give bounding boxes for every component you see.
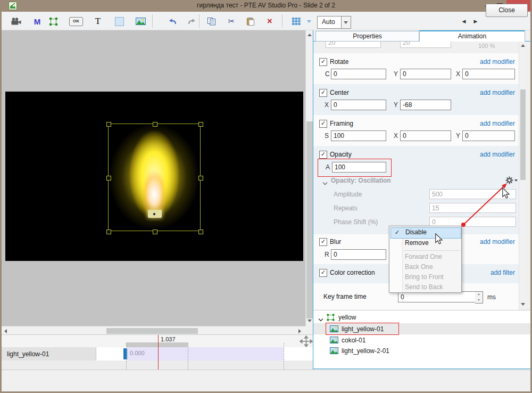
panel-clipped-row: 100 % (313, 42, 519, 53)
menu-item-remove[interactable]: Remove (390, 238, 460, 248)
add-frame-button[interactable] (47, 15, 60, 28)
prev-slide-button[interactable]: ◀ (458, 15, 470, 28)
keyframe-time-spinner[interactable]: ▲ ▼ (475, 291, 483, 304)
panel-scrollbar[interactable] (519, 42, 526, 310)
tab-animation[interactable]: Animation (419, 30, 525, 42)
scroll-down-arrow-icon[interactable] (307, 320, 312, 322)
repeats-input[interactable] (429, 203, 516, 213)
framing-checkbox[interactable]: ✓ (319, 120, 327, 128)
grid-dropdown-button[interactable] (305, 15, 313, 28)
selection-handle[interactable] (198, 122, 203, 127)
opacity-add-modifier-link[interactable]: add modifier (480, 151, 515, 158)
scroll-right-arrow-icon[interactable] (298, 329, 301, 333)
blur-add-modifier-link[interactable]: add modifier (480, 238, 515, 245)
layer-item[interactable]: light_yellow-2-01 (313, 345, 530, 356)
blur-checkbox[interactable]: ✓ (319, 238, 327, 246)
spinner-down-icon[interactable]: ▼ (475, 298, 483, 304)
horizontal-scroll-thumb[interactable] (106, 328, 198, 334)
selection-handle[interactable] (198, 230, 203, 234)
rotate-checkbox[interactable]: ✓ (319, 58, 327, 66)
image-layer-icon (330, 337, 338, 345)
center-x-input[interactable] (331, 100, 386, 110)
rotate-add-modifier-link[interactable]: add modifier (480, 58, 515, 66)
selection-handle[interactable] (106, 176, 111, 181)
add-text-button[interactable]: T (92, 15, 104, 28)
color-correction-checkbox[interactable]: ✓ (319, 269, 327, 277)
close-editor-button[interactable]: Close (486, 4, 528, 17)
cut-button[interactable]: ✂ (225, 15, 238, 28)
rotate-x-input[interactable] (462, 69, 515, 79)
canvas-vertical-scrollbar[interactable] (305, 30, 313, 326)
layer-item[interactable]: cokol-01 (313, 334, 530, 346)
gear-dropdown-arrow-icon[interactable] (514, 179, 518, 182)
auto-zoom-select[interactable]: Auto (317, 16, 351, 29)
playhead-line[interactable] (158, 335, 159, 370)
add-video-button[interactable] (10, 15, 22, 28)
rotate-c-input[interactable] (331, 69, 386, 79)
menu-item-label: Back One (405, 262, 433, 272)
scroll-up-arrow-icon[interactable] (307, 34, 312, 36)
auto-zoom-dropdown[interactable] (341, 17, 351, 28)
spinner-up-icon[interactable]: ▲ (475, 292, 483, 298)
center-add-modifier-link[interactable]: add modifier (480, 89, 515, 96)
add-rectangle-button[interactable] (113, 15, 126, 28)
add-filter-link[interactable]: add filter (491, 269, 515, 276)
group-expand-icon[interactable] (318, 316, 323, 323)
paste-button[interactable] (244, 15, 257, 28)
center-checkbox[interactable]: ✓ (319, 89, 327, 97)
framing-add-modifier-link[interactable]: add modifier (480, 120, 515, 127)
grid-dashed-line (188, 343, 189, 370)
rotate-y-input[interactable] (400, 69, 451, 79)
tab-properties[interactable]: Properties (315, 31, 419, 42)
add-button-tool[interactable]: OK (69, 15, 84, 28)
layer-group-row[interactable]: yellow (313, 312, 530, 323)
framing-s-input[interactable] (331, 130, 386, 141)
menu-item-disable[interactable]: ✓ Disable (390, 227, 461, 239)
opacity-checkbox[interactable]: ✓ (319, 151, 327, 159)
blur-r-input[interactable] (331, 249, 386, 260)
selection-handle[interactable] (153, 230, 157, 234)
framing-x-input[interactable] (400, 130, 451, 141)
center-y-input[interactable] (400, 100, 451, 110)
pan-x-input[interactable] (326, 42, 381, 48)
timeline-resize-handle[interactable] (300, 335, 313, 349)
redo-button[interactable] (186, 15, 198, 28)
track-label-cell[interactable]: light_yellow-01 (2, 347, 96, 361)
phase-shift-label: Phase Shift (%) (334, 218, 378, 226)
delete-button[interactable]: × (263, 15, 276, 28)
selection-handle[interactable] (106, 230, 111, 234)
scroll-down-arrow-icon[interactable] (521, 303, 525, 306)
track-row-empty[interactable] (2, 361, 313, 370)
next-slide-button[interactable]: ▶ (469, 15, 482, 28)
menu-item-send-to-back[interactable]: Send to Back (390, 282, 460, 292)
canvas-horizontal-scrollbar[interactable] (2, 326, 305, 334)
scroll-left-arrow-icon[interactable] (4, 329, 7, 333)
menu-item-forward-one[interactable]: Forward One (390, 252, 460, 262)
undo-button[interactable] (166, 15, 179, 28)
menu-item-bring-to-front[interactable]: Bring to Front (390, 272, 460, 282)
selection-box[interactable] (108, 124, 201, 231)
selection-handle[interactable] (198, 176, 203, 181)
keyframe-time-input[interactable] (398, 291, 476, 302)
panel-scroll-thumb[interactable] (520, 89, 526, 180)
slide-canvas[interactable] (5, 92, 303, 261)
canvas-area[interactable] (2, 30, 305, 326)
grid-button[interactable] (290, 15, 303, 28)
selection-handle[interactable] (153, 122, 157, 127)
rotate-x-label: X (456, 70, 460, 78)
add-image-button[interactable] (134, 15, 147, 28)
scroll-up-arrow-icon[interactable] (521, 44, 525, 47)
framing-y-input[interactable] (462, 130, 515, 141)
rotate-y-label: Y (394, 70, 398, 78)
menu-item-back-one[interactable]: Back One (390, 262, 460, 272)
track-region[interactable] (127, 347, 284, 361)
amplitude-label: Amplitude (334, 191, 362, 198)
oscillation-collapse-button[interactable] (322, 178, 328, 187)
copy-button[interactable] (205, 15, 218, 28)
selection-handle[interactable] (106, 122, 111, 127)
oscillation-gear-button[interactable] (505, 176, 513, 186)
pan-y-input[interactable] (400, 42, 451, 48)
vertical-scroll-thumb[interactable] (306, 121, 313, 318)
add-mask-button[interactable]: M (31, 15, 44, 28)
undo-icon (168, 18, 177, 25)
